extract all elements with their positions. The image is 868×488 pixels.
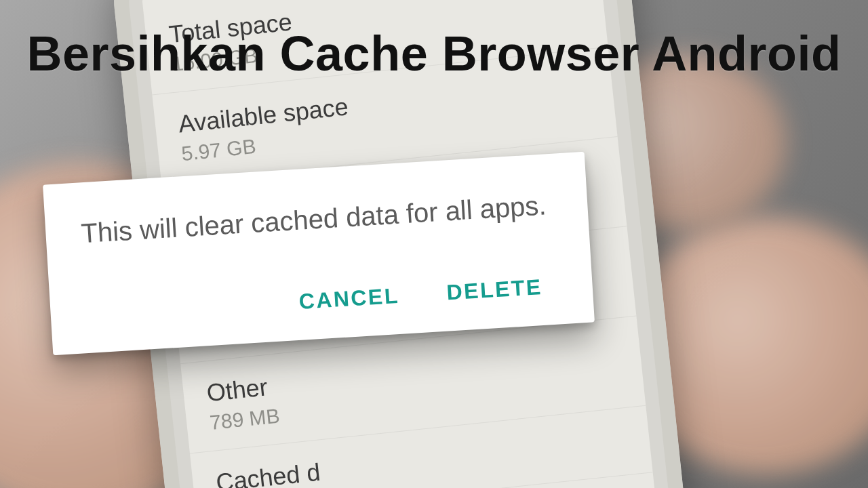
dialog-actions: CANCEL DELETE (85, 274, 558, 333)
delete-button[interactable]: DELETE (446, 274, 543, 306)
cancel-button[interactable]: CANCEL (298, 283, 400, 314)
overlay-headline: Bersihkan Cache Browser Android (26, 26, 841, 81)
clear-cache-dialog: This will clear cached data for all apps… (43, 152, 595, 356)
dialog-message: This will clear cached data for all apps… (80, 186, 553, 253)
